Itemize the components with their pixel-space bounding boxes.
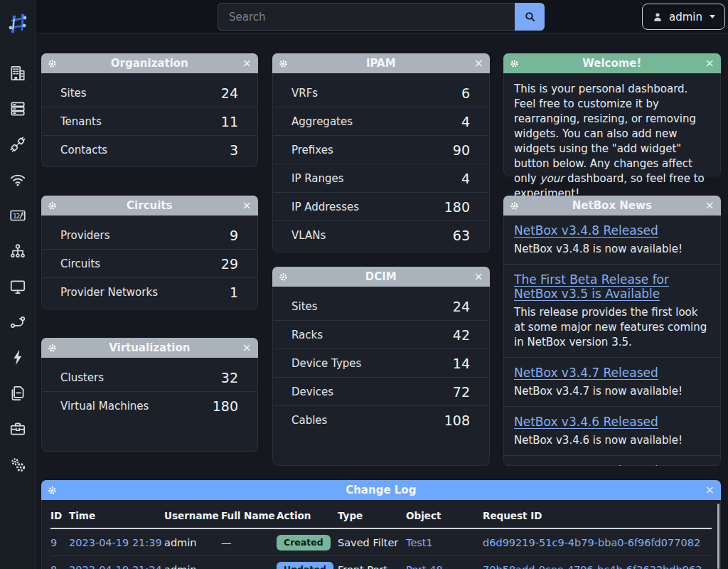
- stat-row-devices[interactable]: Devices 72: [274, 378, 488, 406]
- news-link[interactable]: NetBox v3.4.7 Released: [514, 366, 710, 380]
- close-icon[interactable]: ×: [474, 271, 483, 282]
- close-icon[interactable]: ×: [705, 200, 714, 211]
- welcome-text-part: This is your personal dashboard. Feel fr…: [514, 83, 696, 185]
- changelog-username: admin: [164, 537, 221, 548]
- stat-value: 4: [461, 171, 470, 186]
- stat-row-sites[interactable]: Sites 24: [274, 292, 488, 321]
- device-roles-servers-icon[interactable]: [9, 100, 27, 118]
- changelog-id-link[interactable]: 9: [50, 537, 57, 548]
- widget-body: Sites 24 Tenants 11 Contacts 3: [42, 73, 257, 164]
- changelog-request-id-link[interactable]: 70b58add-0cee-4796-bc4b-6f3632bdb963: [483, 564, 702, 569]
- close-icon[interactable]: ×: [474, 58, 483, 69]
- changelog-time-link[interactable]: 2023-04-19 21:39: [69, 537, 162, 548]
- news-link[interactable]: NetBox v3.4.8 Released: [514, 223, 710, 238]
- stat-row-ip-ranges[interactable]: IP Ranges 4: [274, 164, 488, 193]
- global-search: [218, 3, 545, 31]
- power-bolt-icon[interactable]: [9, 349, 27, 367]
- close-icon[interactable]: ×: [242, 58, 252, 69]
- widget-body: Sites 24 Racks 42 Device Types 14 Device…: [273, 287, 489, 435]
- gear-icon[interactable]: [48, 201, 57, 211]
- widget-news: NetBox News × NetBox v3.4.8 Released Net…: [503, 196, 721, 466]
- stat-label: Devices: [291, 385, 333, 398]
- gear-icon[interactable]: [510, 59, 519, 68]
- table-scrollbar[interactable]: [717, 504, 719, 569]
- widget-header: Organization ×: [41, 53, 258, 73]
- cables-route-icon[interactable]: [9, 313, 27, 331]
- stat-label: Racks: [291, 329, 323, 341]
- stat-row-vrfs[interactable]: VRFs 6: [274, 79, 488, 107]
- close-icon[interactable]: ×: [705, 58, 714, 69]
- stat-row-racks[interactable]: Racks 42: [274, 321, 488, 349]
- stat-row-vlans[interactable]: VLANs 63: [274, 221, 488, 250]
- organization-building-icon[interactable]: [9, 64, 27, 83]
- changelog-request-id-link[interactable]: d6d99219-51c9-4b79-bba0-6f96fd077082: [483, 537, 700, 548]
- search-input[interactable]: [218, 3, 515, 31]
- ipam-counter-icon[interactable]: 1 2 3: [9, 206, 27, 225]
- action-badge: Created: [277, 535, 331, 551]
- tenancy-tree-icon[interactable]: [9, 242, 27, 260]
- provisioning-documents-icon[interactable]: [9, 384, 27, 403]
- widget-virtualization: Virtualization × Clusters 32 Virtual Mac…: [41, 338, 258, 452]
- stat-row-tenants[interactable]: Tenants 11: [43, 107, 257, 136]
- toolbox-icon[interactable]: [9, 420, 27, 438]
- stat-value: 72: [453, 384, 470, 400]
- gear-icon[interactable]: [279, 272, 288, 282]
- widget-header: Circuits ×: [41, 196, 258, 216]
- gear-icon[interactable]: [510, 201, 519, 211]
- stat-row-virtual-machines[interactable]: Virtual Machines 180: [43, 392, 257, 420]
- changelog-object-link[interactable]: Test1: [406, 537, 433, 548]
- close-icon[interactable]: ×: [242, 200, 252, 211]
- changelog-table: ID Time Username Full Name Action Type O…: [50, 505, 712, 569]
- widget-header: Change Log ×: [41, 480, 721, 500]
- admin-gears-icon[interactable]: [9, 455, 27, 474]
- news-link[interactable]: NetBox v3.4.6 Released: [514, 415, 710, 429]
- search-button[interactable]: [515, 3, 545, 31]
- stat-row-contacts[interactable]: Contacts 3: [43, 136, 257, 164]
- col-header-username: Username: [164, 505, 221, 528]
- stat-value: 180: [444, 199, 470, 215]
- stat-label: Virtual Machines: [60, 400, 149, 413]
- col-header-action: Action: [277, 505, 338, 528]
- widget-title: Welcome!: [525, 57, 700, 70]
- changelog-time-link[interactable]: 2023-04-19 21:24: [69, 564, 162, 569]
- stat-row-device-types[interactable]: Device Types 14: [274, 349, 488, 378]
- stat-row-aggregates[interactable]: Aggregates 4: [274, 107, 488, 136]
- netbox-logo-icon[interactable]: [5, 11, 31, 37]
- wireless-wifi-icon[interactable]: [9, 171, 27, 189]
- col-header-object: Object: [406, 505, 483, 528]
- gear-icon[interactable]: [48, 59, 57, 68]
- devices-monitor-icon[interactable]: [9, 277, 27, 296]
- stat-row-clusters[interactable]: Clusters 32: [43, 363, 257, 392]
- stat-row-ip-addresses[interactable]: IP Addresses 180: [274, 193, 488, 221]
- stat-label: Provider Networks: [60, 286, 158, 299]
- connections-plug-icon[interactable]: [9, 135, 27, 154]
- gear-icon[interactable]: [48, 486, 57, 495]
- changelog-id-link[interactable]: 8: [50, 564, 57, 569]
- stat-value: 29: [221, 256, 238, 272]
- stat-row-prefixes[interactable]: Prefixes 90: [274, 136, 488, 164]
- gear-icon[interactable]: [48, 344, 57, 353]
- stat-row-circuits[interactable]: Circuits 29: [43, 250, 257, 278]
- widget-ipam: IPAM × VRFs 6 Aggregates 4 Prefixes 90 I…: [272, 53, 490, 252]
- stat-label: VRFs: [291, 87, 318, 100]
- stat-row-providers[interactable]: Providers 9: [43, 221, 257, 250]
- news-item: NetBox v3.4.6 Released NetBox v3.4.6 is …: [504, 406, 720, 455]
- gear-icon[interactable]: [279, 59, 288, 68]
- user-menu-button[interactable]: admin: [642, 4, 725, 30]
- user-label: admin: [669, 11, 702, 23]
- close-icon[interactable]: ×: [242, 342, 252, 353]
- changelog-object-link[interactable]: Port 48: [406, 564, 443, 569]
- welcome-text: This is your personal dashboard. Feel fr…: [504, 73, 720, 210]
- stat-row-cables[interactable]: Cables 108: [274, 406, 488, 435]
- close-icon[interactable]: ×: [705, 484, 714, 496]
- stat-row-sites[interactable]: Sites 24: [43, 79, 257, 107]
- stat-value: 24: [453, 299, 470, 314]
- col-header-full-name: Full Name: [221, 505, 277, 528]
- news-link[interactable]: NetBox v3.4.5 Released: [514, 464, 710, 466]
- stat-row-provider-networks[interactable]: Provider Networks 1: [43, 278, 257, 307]
- widget-changelog: Change Log × ID Time Username Full Name …: [41, 480, 721, 569]
- changelog-username: admin: [164, 564, 221, 569]
- stat-label: Contacts: [60, 144, 107, 156]
- widget-welcome: Welcome! × This is your personal dashboa…: [503, 53, 721, 176]
- news-link[interactable]: The First Beta Release for NetBox v3.5 i…: [514, 272, 710, 301]
